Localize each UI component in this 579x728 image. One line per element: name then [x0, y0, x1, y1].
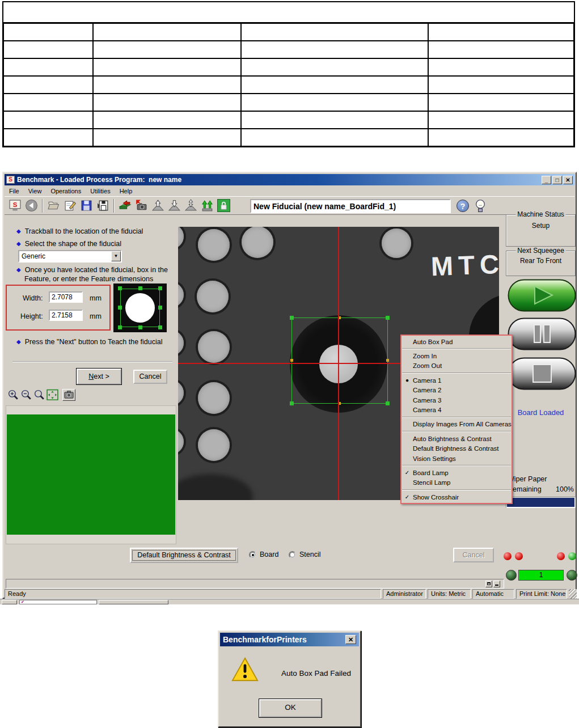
edit-note-icon[interactable]: [62, 198, 78, 213]
context-menu-item-display-images-from-all-cameras[interactable]: Display Images From All Cameras: [402, 420, 512, 429]
taskbar-field[interactable]: ✔: [19, 600, 97, 604]
context-menu-item-vision-settings[interactable]: Vision Settings: [402, 454, 512, 463]
width-label: Width:: [23, 294, 43, 302]
resize-grip[interactable]: [569, 589, 577, 599]
lock-icon[interactable]: [216, 198, 231, 213]
context-menu-item-camera-2[interactable]: Camera 2: [402, 386, 512, 395]
menu-separator: [402, 465, 511, 466]
conveyor-lamp-left: [506, 570, 517, 581]
warning-icon: [231, 657, 259, 685]
table-cell: [93, 129, 241, 146]
radio-bullet-icon: ●: [402, 377, 413, 383]
snapshot-icon[interactable]: [62, 389, 75, 401]
pcb-pad: [178, 380, 184, 405]
save-icon[interactable]: [79, 198, 94, 213]
menu-file[interactable]: File: [5, 187, 24, 195]
taskbar-button[interactable]: [2, 600, 17, 604]
pcb-pad: [197, 281, 229, 312]
pcb-pad: [178, 331, 184, 355]
context-menu-item-stencil-lamp[interactable]: Stencil Lamp: [402, 478, 512, 488]
board-load-icon[interactable]: [117, 198, 133, 213]
table-raise-icon[interactable]: [200, 198, 215, 213]
checkmark-icon: ✓: [402, 494, 413, 500]
fit-view-icon[interactable]: [46, 389, 59, 401]
chevron-down-icon[interactable]: ▼: [111, 251, 121, 261]
height-input[interactable]: [49, 310, 83, 321]
table-cell: [3, 41, 93, 58]
stop-button[interactable]: [508, 357, 576, 390]
board-loaded-status: Board Loaded: [506, 408, 576, 417]
back-icon[interactable]: [24, 198, 39, 213]
instruction-step3-line2: Feature, or enter the Feature dimensions: [24, 275, 153, 283]
height-label: Height:: [20, 312, 43, 320]
width-input[interactable]: [49, 291, 83, 303]
next-button[interactable]: Next >: [77, 369, 121, 384]
cancel-button[interactable]: Cancel: [133, 370, 167, 384]
machine-status-group: Machine Status Setup: [506, 214, 576, 247]
collapse-icon[interactable]: [493, 581, 500, 587]
context-menu-item-auto-brightness-contrast[interactable]: Auto Brightness & Contrast: [402, 434, 512, 443]
menu-utilities[interactable]: Utilities: [86, 187, 115, 195]
context-menu-item-camera-3[interactable]: Camera 3: [402, 395, 512, 405]
context-menu-item-show-crosshair[interactable]: ✓Show Crosshair: [402, 492, 512, 502]
table-cell: [93, 111, 241, 129]
context-menu-item-zoom-in[interactable]: Zoom In: [402, 351, 512, 361]
window-title: Benchmark - Loaded Process Program: new …: [17, 176, 540, 184]
context-menu-item-zoom-out[interactable]: Zoom Out: [402, 361, 512, 371]
roi-selection-box[interactable]: [291, 318, 388, 404]
minimize-button[interactable]: _: [542, 176, 551, 184]
board-radio[interactable]: [249, 551, 256, 558]
pcb-pad: [198, 382, 230, 414]
menu-operations[interactable]: Operations: [46, 187, 86, 195]
zoom-in-icon[interactable]: [7, 389, 20, 401]
dock-strip: [6, 579, 504, 589]
context-menu-item-board-lamp[interactable]: ✓Board Lamp: [402, 468, 512, 477]
start-button[interactable]: [508, 279, 576, 312]
menu-view[interactable]: View: [24, 187, 47, 195]
stencil-radio-label[interactable]: Stencil: [299, 551, 321, 558]
squeegee-updown-icon[interactable]: [183, 198, 198, 213]
svg-text:S: S: [13, 201, 18, 208]
squeegee-up-icon[interactable]: [150, 198, 166, 213]
help-icon[interactable]: ?: [457, 200, 469, 212]
save-as-icon[interactable]: [95, 198, 111, 213]
squeegee-down-icon[interactable]: [167, 198, 182, 213]
table-cell: [241, 41, 428, 58]
maximize-button[interactable]: □: [552, 176, 562, 184]
zoom-out-icon[interactable]: [20, 389, 33, 401]
wiper-progress-bar: [506, 497, 576, 508]
shape-dropdown[interactable]: Generic ▼: [18, 250, 122, 263]
instruction-step4: ◆Press the "Next" button to Teach the fi…: [16, 338, 163, 346]
ok-button[interactable]: OK: [259, 699, 322, 717]
open-folder-icon[interactable]: [46, 198, 61, 213]
fiducial-name-field[interactable]: [250, 199, 451, 213]
taskbar-button[interactable]: [99, 600, 168, 604]
preview-panel: [6, 405, 176, 544]
stencil-radio[interactable]: [289, 551, 296, 558]
context-menu-item-auto-box-pad[interactable]: Auto Box Pad: [402, 337, 512, 346]
app-icon[interactable]: S: [7, 198, 23, 213]
tile-windows-icon[interactable]: [485, 581, 492, 587]
status-lamp-red: [515, 552, 523, 560]
context-menu-item-camera-4[interactable]: Camera 4: [402, 405, 512, 414]
zoom-icon[interactable]: [33, 389, 46, 401]
board-smudge: [178, 474, 253, 500]
alert-message: Auto Box Pad Failed: [281, 669, 351, 678]
default-brightness-contrast-button[interactable]: Default Brightness & Contrast: [130, 548, 238, 563]
menu-help[interactable]: Help: [115, 187, 137, 195]
table-cell: [3, 94, 93, 111]
table-cell: [3, 58, 93, 76]
context-menu-item-camera-1[interactable]: ●Camera 1: [402, 375, 512, 385]
close-icon[interactable]: ✕: [345, 635, 356, 644]
instruction-step3-line1: ◆Once you have located the fiducial, box…: [16, 266, 168, 274]
lightbulb-icon[interactable]: [475, 199, 485, 213]
board-radio-label[interactable]: Board: [260, 551, 278, 558]
close-button[interactable]: ✕: [563, 176, 573, 184]
pcb-pad: [242, 227, 273, 258]
benchmark-window: S Benchmark - Loaded Process Program: ne…: [2, 172, 577, 599]
pause-button[interactable]: [508, 318, 576, 350]
context-menu-item-default-brightness-contrast[interactable]: Default Brightness & Contrast: [402, 444, 512, 454]
table-cell: [428, 58, 574, 76]
status-bar: Ready AdministratorUnits: MetricAutomati…: [5, 589, 577, 599]
camera-unload-icon[interactable]: [134, 198, 149, 213]
